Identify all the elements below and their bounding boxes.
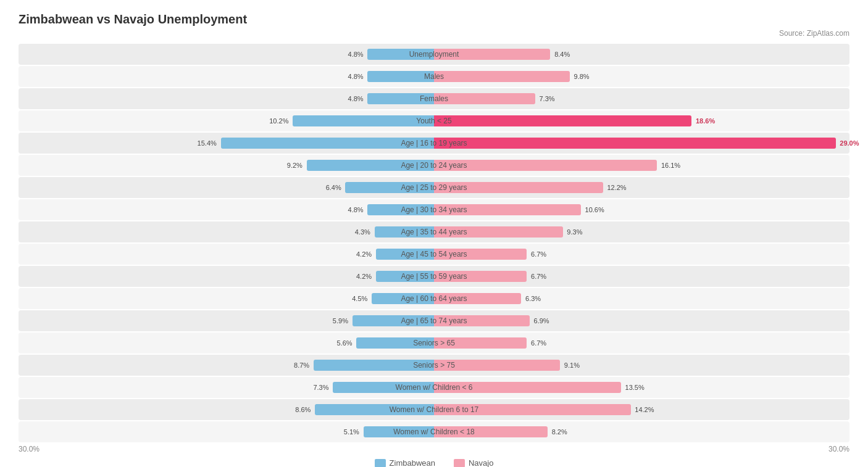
bar-navajo — [434, 404, 631, 415]
val-zimbabwean: 4.8% — [348, 95, 364, 102]
bar-navajo — [434, 382, 621, 393]
val-zimbabwean: 9.2% — [287, 162, 303, 169]
val-zimbabwean: 4.8% — [348, 73, 364, 80]
chart-row: Women w/ Children < 185.1%8.2% — [19, 421, 849, 442]
bar-navajo — [434, 271, 527, 282]
chart-row: Age | 55 to 59 years4.2%6.7% — [19, 266, 849, 287]
bar-zimbabwean — [345, 182, 434, 193]
val-navajo: 18.6% — [696, 117, 715, 125]
bar-navajo — [434, 337, 527, 349]
chart-row: Age | 20 to 24 years9.2%16.1% — [19, 155, 849, 176]
chart-row: Males4.8%9.8% — [19, 66, 849, 87]
val-navajo: 13.5% — [625, 384, 645, 391]
bar-zimbabwean — [293, 115, 434, 126]
legend-navajo-box — [454, 459, 465, 468]
val-zimbabwean: 4.3% — [355, 228, 370, 236]
legend-zimbabwean-box — [375, 459, 386, 468]
bar-navajo — [434, 226, 563, 238]
legend: Zimbabwean Navajo — [19, 458, 849, 467]
bar-zimbabwean — [367, 93, 434, 104]
val-navajo: 9.1% — [564, 362, 580, 369]
axis-right: 30.0% — [828, 445, 849, 453]
bar-zimbabwean — [375, 226, 434, 238]
bar-navajo — [434, 49, 550, 60]
val-navajo: 6.7% — [531, 250, 546, 258]
bar-navajo — [434, 182, 603, 193]
bar-navajo — [434, 360, 560, 371]
bar-navajo — [434, 249, 527, 260]
val-zimbabwean: 4.2% — [356, 273, 372, 280]
bar-zimbabwean — [367, 71, 434, 82]
bar-navajo — [434, 426, 548, 437]
bar-zimbabwean — [372, 293, 434, 304]
bar-zimbabwean — [333, 382, 434, 393]
legend-navajo: Navajo — [454, 458, 493, 467]
chart-row: Age | 25 to 29 years6.4%12.2% — [19, 177, 849, 198]
val-navajo: 12.2% — [607, 184, 626, 191]
chart-row: Women w/ Children 6 to 178.6%14.2% — [19, 399, 849, 420]
val-navajo: 9.3% — [567, 228, 582, 236]
chart-row: Age | 60 to 64 years4.5%6.3% — [19, 288, 849, 309]
val-zimbabwean: 5.1% — [344, 428, 359, 436]
bar-zimbabwean — [314, 360, 434, 371]
bar-navajo — [434, 93, 535, 104]
chart-row: Females4.8%7.3% — [19, 88, 849, 109]
val-navajo: 6.7% — [531, 339, 546, 347]
bar-zimbabwean — [367, 49, 434, 60]
val-navajo: 8.4% — [554, 51, 570, 58]
chart-row: Seniors > 758.7%9.1% — [19, 355, 849, 376]
val-navajo: 9.8% — [574, 73, 590, 80]
val-zimbabwean: 15.4% — [198, 139, 217, 147]
val-zimbabwean: 10.2% — [269, 117, 288, 125]
chart-row: Age | 16 to 19 years15.4%29.0% — [19, 133, 849, 154]
val-navajo: 16.1% — [661, 162, 680, 169]
val-navajo: 6.3% — [525, 295, 541, 302]
bar-zimbabwean — [221, 138, 434, 149]
val-zimbabwean: 8.6% — [295, 406, 311, 413]
val-zimbabwean: 8.7% — [294, 362, 309, 369]
val-navajo: 6.7% — [531, 273, 546, 280]
val-navajo: 10.6% — [585, 206, 604, 213]
legend-navajo-label: Navajo — [469, 458, 493, 467]
bar-navajo — [434, 204, 581, 215]
bar-zimbabwean — [376, 249, 434, 260]
chart-row: Seniors > 655.6%6.7% — [19, 333, 849, 353]
bar-zimbabwean — [315, 404, 434, 415]
bar-navajo — [434, 315, 530, 326]
bar-zimbabwean — [356, 337, 434, 349]
val-zimbabwean: 7.3% — [313, 384, 328, 391]
bar-navajo — [434, 115, 691, 126]
chart-title: Zimbabwean vs Navajo Unemployment — [19, 12, 849, 27]
bar-navajo — [434, 71, 570, 82]
val-zimbabwean: 4.8% — [348, 51, 364, 58]
bar-zimbabwean — [364, 426, 434, 437]
chart-area: Unemployment4.8%8.4%Males4.8%9.8%Females… — [19, 44, 849, 442]
bar-navajo — [434, 160, 657, 171]
axis-labels: 30.0% 30.0% — [19, 445, 849, 453]
val-zimbabwean: 5.6% — [337, 339, 353, 347]
val-zimbabwean: 5.9% — [333, 317, 348, 324]
val-navajo: 6.9% — [534, 317, 549, 324]
bar-navajo — [434, 138, 836, 149]
val-navajo: 14.2% — [635, 406, 654, 413]
val-navajo: 7.3% — [539, 95, 554, 102]
chart-row: Unemployment4.8%8.4% — [19, 44, 849, 65]
val-navajo: 29.0% — [840, 139, 859, 147]
chart-row: Youth < 2510.2%18.6% — [19, 110, 849, 131]
bar-zimbabwean — [307, 160, 434, 171]
source-label: Source: ZipAtlas.com — [19, 29, 849, 38]
bar-navajo — [434, 293, 521, 304]
val-zimbabwean: 4.8% — [348, 206, 364, 213]
legend-zimbabwean-label: Zimbabwean — [390, 458, 435, 467]
val-zimbabwean: 4.2% — [356, 250, 372, 258]
chart-row: Women w/ Children < 67.3%13.5% — [19, 377, 849, 398]
val-zimbabwean: 4.5% — [352, 295, 367, 302]
axis-left: 30.0% — [19, 445, 40, 453]
bar-zimbabwean — [376, 271, 434, 282]
chart-row: Age | 35 to 44 years4.3%9.3% — [19, 221, 849, 242]
bar-zimbabwean — [353, 315, 434, 326]
chart-row: Age | 30 to 34 years4.8%10.6% — [19, 199, 849, 220]
chart-row: Age | 65 to 74 years5.9%6.9% — [19, 310, 849, 331]
val-navajo: 8.2% — [552, 428, 567, 436]
val-zimbabwean: 6.4% — [326, 184, 341, 191]
